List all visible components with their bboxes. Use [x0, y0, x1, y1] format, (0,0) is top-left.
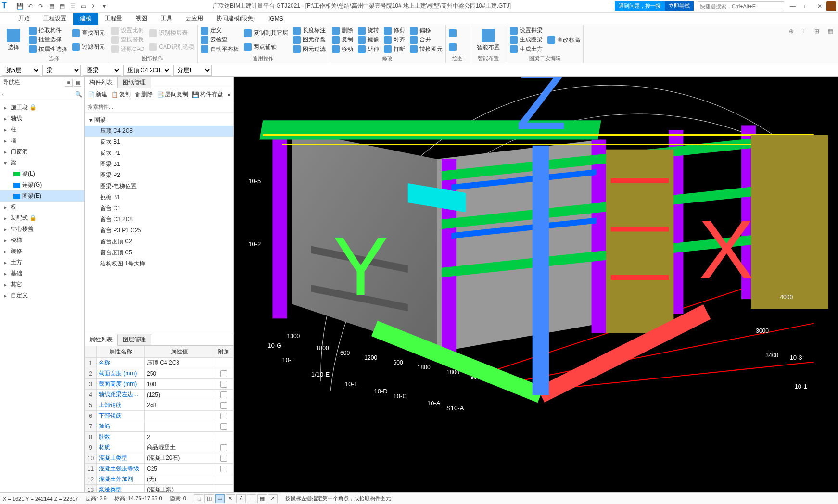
toolbar-button[interactable]: 📄新建 [88, 90, 107, 99]
menu-tab[interactable]: 开始 [12, 13, 37, 25]
component-item[interactable]: 结构板图 1号大样 [85, 258, 233, 269]
nav-tree-node[interactable]: ▸柱 [0, 124, 84, 135]
component-select[interactable]: 压顶 C4 2C8 [123, 65, 171, 76]
prop-value[interactable]: 2⌀8 [145, 400, 214, 411]
prop-extra[interactable] [214, 432, 233, 442]
toolbar-button[interactable]: 📋复制 [111, 90, 131, 99]
prop-extra[interactable] [214, 390, 233, 400]
component-item[interactable]: 窗台压顶 C5 [85, 247, 233, 258]
prop-extra[interactable] [214, 442, 233, 453]
draw-point-button[interactable] [449, 29, 467, 38]
nav-tree-node[interactable]: ▸装修 [0, 246, 84, 257]
component-item[interactable]: 圈梁-电梯位置 [85, 181, 233, 192]
property-row[interactable]: 11混凝土强度等级C25 [85, 464, 233, 474]
nav-tree-node[interactable]: 连梁(G) [0, 179, 84, 190]
ribbon-item[interactable]: 图元存盘 [293, 35, 326, 44]
nav-tree-node[interactable]: ▸施工段 🔒 [0, 102, 84, 113]
qat-icon[interactable]: ▾ [100, 2, 109, 11]
floor-select[interactable]: 第5层 [2, 65, 40, 76]
qat-undo-icon[interactable]: ↶ [26, 2, 35, 11]
prop-value[interactable]: (125) [145, 390, 214, 400]
nav-tree-node[interactable]: ▸轴线 [0, 113, 84, 124]
prop-value[interactable]: C25 [145, 464, 214, 474]
global-search-input[interactable] [698, 1, 784, 11]
ribbon-item[interactable]: 查找图元 [72, 28, 105, 38]
nav-tree-node[interactable]: ▸土方 [0, 257, 84, 268]
nav-tree-node[interactable]: ▸装配式 🔒 [0, 213, 84, 224]
checkbox[interactable] [220, 455, 227, 462]
qat-icon[interactable]: ☰ [68, 2, 77, 11]
nav-tree-node[interactable]: ▸空心楼盖 [0, 224, 84, 235]
ribbon-item[interactable]: 长度标注 [293, 26, 326, 35]
maximize-icon[interactable]: □ [801, 3, 811, 10]
nav-tree-node[interactable]: ▸门窗洞 [0, 146, 84, 157]
ribbon-item[interactable]: 对齐 [384, 35, 405, 44]
ribbon-item[interactable]: 旋转 [358, 26, 379, 35]
axis-gizmo[interactable]: X Y Z [239, 77, 838, 478]
view-icon[interactable]: T [800, 26, 808, 62]
nav-icon[interactable]: ⊕ [787, 26, 796, 62]
tool-icon[interactable]: ∠ [236, 494, 246, 503]
property-row[interactable]: 12混凝土外加剂(无) [85, 474, 233, 485]
ribbon-item[interactable]: 偏移 [410, 26, 443, 35]
component-item[interactable]: 圈梁 P2 [85, 170, 233, 181]
qat-icon[interactable]: ▤ [58, 2, 66, 11]
draw-line-button[interactable] [449, 43, 467, 51]
prop-value[interactable]: 100 [145, 379, 214, 390]
ribbon-item[interactable]: 图元过滤 [293, 45, 326, 54]
prop-value[interactable]: (无) [145, 474, 214, 485]
prop-value[interactable]: 商品混凝土 [145, 442, 214, 453]
ribbon-item[interactable]: 查改标高 [547, 36, 580, 45]
menu-tab[interactable]: 云应用 [179, 13, 210, 25]
checkbox[interactable] [220, 423, 227, 430]
prop-value[interactable]: 250 [145, 368, 214, 379]
menu-tab[interactable]: 协同建模(限免) [210, 13, 262, 25]
nav-tree-node[interactable]: ▸其它 [0, 279, 84, 290]
ribbon-item[interactable]: 合并 [410, 35, 443, 44]
more-icon[interactable]: » [227, 91, 230, 98]
ribbon-item[interactable]: 定义 [201, 26, 239, 35]
menu-tab[interactable]: 视图 [129, 13, 154, 25]
nav-tree-node[interactable]: ▾梁 [0, 157, 84, 168]
nav-tree-node[interactable]: ▸楼梯 [0, 235, 84, 246]
component-item[interactable]: 压顶 C4 2C8 [85, 126, 233, 137]
minimize-icon[interactable]: — [788, 3, 798, 10]
prop-value[interactable] [145, 421, 214, 432]
tab-layers[interactable]: 图层管理 [118, 334, 151, 345]
prop-extra[interactable] [214, 453, 233, 464]
nav-tree-node[interactable]: 梁(L) [0, 168, 84, 179]
promo-text-2[interactable]: 立即尝试 [665, 1, 694, 11]
search-icon[interactable]: 🔍 [75, 91, 82, 98]
property-row[interactable]: 3截面高度 (mm)100 [85, 379, 233, 390]
ribbon-item[interactable]: 自动平齐板 [201, 45, 239, 54]
prop-extra[interactable] [214, 485, 233, 493]
component-item[interactable]: 窗台 P3 P1 C25 [85, 225, 233, 236]
ribbon-item[interactable]: 批量选择 [29, 35, 67, 44]
ribbon-item[interactable]: 设置拱梁 [510, 26, 543, 35]
checkbox[interactable] [220, 466, 227, 472]
property-row[interactable]: 10混凝土类型(混凝土20石) [85, 453, 233, 464]
component-item[interactable]: 窗台 C3 2C8 [85, 214, 233, 225]
component-group[interactable]: ▾圈梁 [85, 114, 233, 126]
component-item[interactable]: 圈梁 B1 [85, 159, 233, 170]
nav-tree-node[interactable]: ▸自定义 [0, 290, 84, 301]
menu-tab[interactable]: 建模 [73, 13, 98, 25]
checkbox[interactable] [220, 413, 227, 419]
prop-extra[interactable] [214, 400, 233, 411]
qat-icon[interactable]: ▭ [79, 2, 88, 11]
nav-list-icon[interactable]: ≡ [65, 79, 73, 87]
nav-grid-icon[interactable]: ▦ [74, 79, 81, 87]
property-row[interactable]: 1名称压顶 C4 2C8 [85, 358, 233, 368]
menu-tab[interactable]: IGMS [262, 13, 290, 25]
ribbon-item[interactable]: 移动 [332, 45, 353, 54]
ribbon-item[interactable]: 修剪 [384, 26, 405, 35]
qat-redo-icon[interactable]: ↷ [37, 2, 45, 11]
prop-extra[interactable] [214, 358, 233, 368]
component-item[interactable]: 挑檐 B1 [85, 192, 233, 203]
category-select[interactable]: 梁 [42, 65, 81, 76]
nav-tree-node[interactable]: ▸板 [0, 202, 84, 213]
view-icon[interactable]: ▦ [826, 26, 835, 62]
checkbox[interactable] [220, 391, 227, 398]
component-item[interactable]: 窗台 C1 [85, 203, 233, 214]
ribbon-item[interactable]: 镜像 [358, 35, 379, 44]
